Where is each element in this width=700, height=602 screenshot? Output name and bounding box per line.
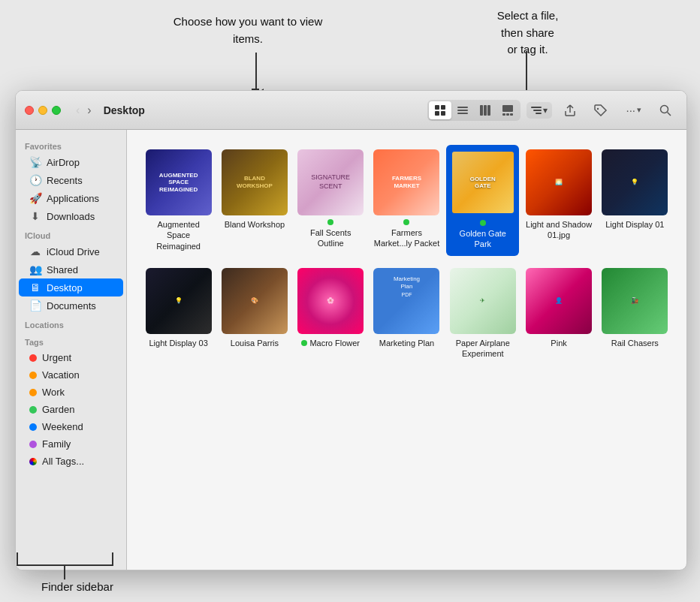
file-name-golden: Golden Gate Park [449,219,516,251]
sidebar-item-downloads[interactable]: ⬇ Downloads [19,207,123,225]
sidebar-item-weekend[interactable]: Weekend [19,418,123,435]
view-callout-arrow [255,53,257,90]
svg-rect-12 [506,113,509,116]
nav-buttons: ‹ › [73,102,95,119]
svg-rect-0 [435,105,439,110]
file-area: AUGMENTEDSPACEREIMAGINED AugmentedSpace … [127,130,686,570]
sidebar-section-favorites: Favorites [16,136,126,153]
svg-line-19 [668,112,671,116]
view-gallery-button[interactable] [496,101,519,119]
file-item-light-shadow[interactable]: 🌅 Light and Shadow 01.jpg [522,145,595,256]
svg-point-18 [661,105,668,113]
share-button[interactable] [558,100,582,121]
icloud-drive-icon: ☁ [29,245,41,257]
file-item-augmented[interactable]: AUGMENTEDSPACEREIMAGINED AugmentedSpace … [142,145,215,256]
svg-rect-8 [484,105,487,116]
sidebar-item-work[interactable]: Work [19,384,123,401]
sidebar-item-family[interactable]: Family [19,435,123,453]
svg-rect-9 [487,105,490,116]
weekend-tag-dot [29,423,37,431]
file-thumb-farmers: FARMERSMARKET [373,149,439,215]
minimize-button[interactable] [38,106,47,115]
svg-rect-2 [435,111,439,116]
sidebar-item-applications[interactable]: 🚀 Applications [19,189,123,207]
file-thumb-bland: BLANDWORKSHOP [222,149,288,215]
group-button[interactable]: ▾ [527,102,552,119]
tag-button[interactable] [588,101,614,120]
sidebar-item-shared[interactable]: 👥 Shared [19,260,123,278]
search-button[interactable] [653,101,677,120]
maximize-button[interactable] [52,106,61,115]
sidebar-item-vacation[interactable]: Vacation [19,366,123,384]
file-item-light03[interactable]: 💡 Light Display 03 [142,263,215,364]
file-item-louisa[interactable]: 🎨 Louisa Parris [218,263,291,364]
file-name-bland: Bland Workshop [225,219,285,230]
file-item-rail[interactable]: 🚂 Rail Chasers [599,263,671,364]
svg-rect-10 [502,105,513,112]
file-grid-row2: 💡 Light Display 03 🎨 Louisa Parris 🌸 [142,263,671,364]
file-item-marketing[interactable]: MarketingPlanPDF Marketing Plan [370,263,443,364]
file-name-paper: Paper Airplane Experiment [449,338,516,360]
documents-icon: 📄 [29,299,41,312]
garden-tag-dot [29,406,37,414]
file-thumb-light-shadow: 🌅 [526,149,592,215]
sidebar-item-all-tags[interactable]: All Tags... [19,453,123,470]
sidebar-item-garden[interactable]: Garden [19,401,123,418]
fall-dot [327,219,333,225]
sidebar-item-urgent[interactable]: Urgent [19,349,123,366]
file-thumb-golden: GOLDENGATE [450,149,516,215]
view-list-button[interactable] [451,101,474,119]
svg-rect-7 [480,105,483,116]
back-button[interactable]: ‹ [73,102,83,119]
file-item-macro[interactable]: 🌸 Macro Flower [294,263,367,364]
svg-rect-4 [457,107,468,108]
downloads-icon: ⬇ [29,210,41,222]
file-item-fall[interactable]: SIGNATURESCENT Fall Scents Outline [294,145,367,256]
file-thumb-fall: SIGNATURESCENT [297,149,364,215]
applications-icon: 🚀 [29,192,41,204]
file-item-paper[interactable]: ✈ Paper Airplane Experiment [446,263,519,364]
sidebar-item-icloud-drive[interactable]: ☁ iCloud Drive [19,242,123,260]
file-thumb-rail: 🚂 [602,268,668,334]
file-item-pink[interactable]: 👤 Pink [522,263,595,364]
sidebar: Favorites 📡 AirDrop 🕐 Recents 🚀 Applicat… [16,130,127,570]
svg-rect-6 [457,113,468,114]
file-item-golden[interactable]: GOLDENGATE Golden Gate Park [446,145,519,256]
close-button[interactable] [25,106,34,115]
svg-rect-14 [531,107,542,108]
file-thumb-paper: ✈ [450,268,516,334]
svg-rect-3 [441,111,445,116]
file-name-macro: Macro Flower [301,338,360,348]
title-bar: ‹ › Desktop ▾ [16,91,686,130]
traffic-lights [25,106,61,115]
more-button[interactable]: ···▾ [620,100,647,120]
file-item-bland[interactable]: BLANDWORKSHOP Bland Workshop [218,145,291,256]
svg-rect-5 [457,110,468,111]
view-columns-button[interactable] [474,101,496,119]
file-item-light01[interactable]: 💡 Light Display 01 [599,145,671,256]
view-callout: Choose how you want to view items. [173,14,323,47]
golden-dot [480,220,486,226]
airdrop-icon: 📡 [29,156,41,168]
file-name-augmented: AugmentedSpace Reimagined [145,219,212,251]
sidebar-item-airdrop[interactable]: 📡 AirDrop [19,153,123,171]
urgent-tag-dot [29,354,37,362]
file-thumb-macro: 🌸 [297,268,364,334]
file-name-louisa: Louisa Parris [231,338,279,348]
all-tags-dot [29,458,37,465]
forward-button[interactable]: › [84,102,94,119]
work-tag-dot [29,389,37,396]
file-item-farmers[interactable]: FARMERSMARKET Farmers Market...ly Packet [370,145,443,256]
vacation-tag-dot [29,372,37,379]
recents-icon: 🕐 [29,174,41,186]
view-toggle-group [427,100,520,121]
view-grid-button[interactable] [429,101,451,119]
svg-rect-1 [441,105,445,110]
sidebar-item-documents[interactable]: 📄 Documents [19,296,123,315]
share-callout: Select a file,then shareor tag it. [458,8,597,59]
sidebar-item-desktop[interactable]: 🖥 Desktop [19,278,123,296]
file-name-light03: Light Display 03 [149,338,208,348]
file-name-marketing: Marketing Plan [379,338,434,348]
sidebar-item-recents[interactable]: 🕐 Recents [19,171,123,189]
file-grid-row1: AUGMENTEDSPACEREIMAGINED AugmentedSpace … [142,145,671,256]
